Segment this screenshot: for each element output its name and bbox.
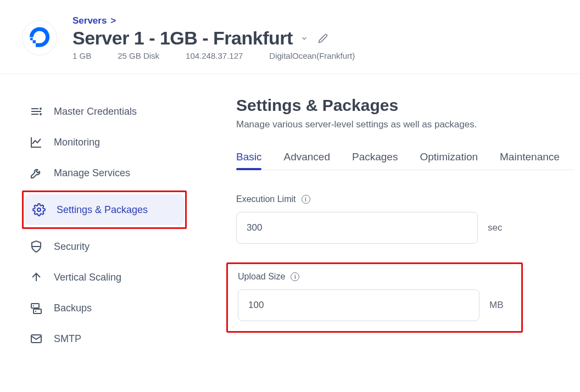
svg-rect-0 (36, 43, 40, 47)
execution-limit-input[interactable] (236, 212, 478, 244)
server-icon (30, 301, 43, 315)
execution-limit-unit: sec (488, 222, 502, 233)
main-panel: Settings & Packages Manage various serve… (198, 96, 580, 354)
page-title: Settings & Packages (236, 96, 575, 115)
sidebar-item-label: Security (54, 241, 90, 253)
tabs: Basic Advanced Packages Optimization Mai… (236, 151, 575, 170)
upload-size-group: Upload Size i MB (238, 272, 511, 321)
chevron-down-icon (300, 35, 308, 42)
server-provider: DigitalOcean(Frankfurt) (269, 51, 355, 60)
server-ram: 1 GB (72, 51, 91, 60)
svg-rect-11 (31, 304, 39, 308)
sidebar-item-monitoring[interactable]: Monitoring (22, 127, 187, 158)
server-title: Server 1 - 1GB - Frankfurt (72, 27, 293, 49)
info-icon[interactable]: i (302, 195, 310, 204)
sidebar: Master Credentials Monitoring Manage Ser… (0, 96, 198, 354)
wrench-icon (30, 166, 43, 180)
sidebar-item-label: Backups (54, 303, 92, 314)
sidebar-item-settings-packages[interactable]: Settings & Packages (25, 194, 184, 225)
chart-icon (30, 136, 43, 149)
server-meta: 1 GB 25 GB Disk 104.248.37.127 DigitalOc… (72, 51, 558, 60)
svg-point-6 (40, 108, 41, 109)
pencil-icon (318, 33, 328, 43)
sidebar-item-label: Monitoring (54, 137, 100, 148)
upload-size-highlight: Upload Size i MB (226, 262, 523, 333)
sidebar-item-label: Vertical Scaling (54, 272, 121, 283)
server-disk: 25 GB Disk (118, 51, 159, 60)
execution-limit-label: Execution Limit (236, 194, 296, 204)
sidebar-item-manage-services[interactable]: Manage Services (22, 158, 187, 188)
digitalocean-icon (29, 27, 51, 49)
shield-icon (30, 240, 43, 253)
sidebar-item-label: Master Credentials (54, 106, 137, 117)
svg-rect-1 (33, 40, 36, 43)
mail-icon (30, 332, 43, 345)
svg-point-8 (37, 208, 41, 211)
breadcrumb[interactable]: Servers > (72, 15, 558, 26)
sidebar-item-vertical-scaling[interactable]: Vertical Scaling (22, 262, 187, 293)
sidebar-highlight: Settings & Packages (22, 191, 187, 229)
tab-maintenance[interactable]: Maintenance (500, 151, 560, 170)
sidebar-item-label: Settings & Packages (57, 204, 148, 216)
tab-basic[interactable]: Basic (236, 151, 261, 170)
edit-server-button[interactable] (316, 31, 330, 46)
upload-size-label: Upload Size (238, 272, 285, 282)
tab-advanced[interactable]: Advanced (283, 151, 330, 170)
info-icon[interactable]: i (291, 272, 299, 281)
server-dropdown-button[interactable] (298, 32, 310, 44)
sidebar-item-label: SMTP (54, 333, 81, 345)
provider-logo (22, 20, 57, 55)
upload-size-unit: MB (489, 300, 504, 311)
sidebar-item-label: Manage Services (54, 167, 130, 179)
sidebar-item-backups[interactable]: Backups (22, 293, 187, 323)
execution-limit-group: Execution Limit i sec (236, 194, 575, 244)
server-header: Servers > Server 1 - 1GB - Frankfurt 1 G… (0, 0, 580, 74)
breadcrumb-label: Servers (72, 15, 107, 26)
svg-point-7 (40, 114, 41, 115)
tab-optimization[interactable]: Optimization (420, 151, 478, 170)
tab-packages[interactable]: Packages (352, 151, 398, 170)
breadcrumb-sep: > (110, 15, 116, 26)
svg-rect-2 (30, 38, 33, 41)
gear-icon (32, 203, 46, 216)
page-subtitle: Manage various server-level settings as … (236, 119, 575, 130)
sidebar-item-smtp[interactable]: SMTP (22, 323, 187, 354)
list-icon (30, 105, 43, 118)
arrow-up-icon (30, 271, 43, 284)
sidebar-item-security[interactable]: Security (22, 231, 187, 262)
svg-rect-12 (34, 309, 41, 313)
sidebar-item-master-credentials[interactable]: Master Credentials (22, 96, 187, 127)
server-ip: 104.248.37.127 (186, 51, 243, 60)
upload-size-input[interactable] (238, 289, 479, 321)
